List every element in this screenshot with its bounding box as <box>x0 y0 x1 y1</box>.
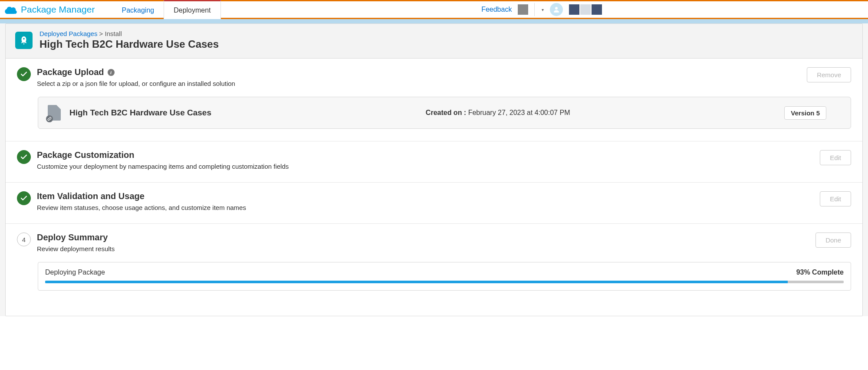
step-package-upload: Package Upload i Select a zip or a json … <box>6 59 862 141</box>
page-frame: Deployed Packages > Install High Tech B2… <box>5 23 863 316</box>
step-status-done-icon <box>17 191 31 205</box>
step-title: Item Validation and Usage <box>37 191 145 201</box>
app-title: Package Manager <box>21 4 95 15</box>
step-title: Package Customization <box>37 150 135 160</box>
link-badge-icon <box>46 115 53 122</box>
chevron-down-icon: ▾ <box>542 7 544 12</box>
done-button[interactable]: Done <box>815 232 851 248</box>
step-item-validation: Item Validation and Usage Review item st… <box>6 183 862 224</box>
step-status-done-icon <box>17 67 31 81</box>
remove-button[interactable]: Remove <box>807 67 851 82</box>
step-title: Package Upload <box>37 67 104 77</box>
step-desc: Review deployment results <box>37 245 115 252</box>
crumb-leaf: Install <box>105 30 122 37</box>
step-desc: Select a zip or a json file for upload, … <box>37 80 235 87</box>
step-title: Deploy Summary <box>37 232 108 242</box>
package-header: Deployed Packages > Install High Tech B2… <box>6 24 862 59</box>
package-heading-block: Deployed Packages > Install High Tech B2… <box>39 30 219 50</box>
app-switcher[interactable] <box>569 4 602 15</box>
progress-bar <box>45 281 844 283</box>
step-package-customization: Package Customization Customize your dep… <box>6 141 862 183</box>
crumb-root-link[interactable]: Deployed Packages <box>39 30 97 37</box>
deploy-progress-card: Deploying Package 93% Complete <box>38 262 851 291</box>
page-title: High Tech B2C Hardware Use Cases <box>39 38 219 50</box>
topbar-left: Package Manager Packaging Deployment <box>4 1 221 18</box>
step-number-badge: 4 <box>17 232 31 246</box>
user-menu[interactable]: ▾ <box>534 3 544 16</box>
salesforce-cloud-icon <box>4 5 17 14</box>
feedback-link[interactable]: Feedback <box>481 6 512 13</box>
app-logo-wrap: Package Manager <box>4 4 95 15</box>
deploy-percent-text: 93% Complete <box>796 268 844 276</box>
edit-button[interactable]: Edit <box>820 150 851 165</box>
topbar: Package Manager Packaging Deployment Fee… <box>0 0 868 19</box>
step-desc: Customize your deployment by namespacing… <box>37 163 289 170</box>
progress-fill <box>45 281 788 283</box>
nav-tabs: Packaging Deployment <box>112 1 220 18</box>
edit-button[interactable]: Edit <box>820 191 851 206</box>
file-name: High Tech B2C Hardware Use Cases <box>69 108 211 118</box>
deploy-status-label: Deploying Package <box>45 268 105 276</box>
step-deploy-summary: 4 Deploy Summary Review deployment resul… <box>6 224 862 303</box>
tab-deployment[interactable]: Deployment <box>164 0 220 19</box>
step-desc: Review item statuses, choose usage actio… <box>37 204 246 211</box>
tab-packaging[interactable]: Packaging <box>112 0 164 19</box>
topbar-right: Feedback ▾ <box>481 3 602 16</box>
uploaded-file-card: High Tech B2C Hardware Use Cases Created… <box>38 97 851 129</box>
info-icon[interactable]: i <box>108 69 115 76</box>
page-outer: Deployed Packages > Install High Tech B2… <box>0 23 868 316</box>
avatar[interactable] <box>550 3 563 16</box>
rocket-icon <box>15 32 33 49</box>
breadcrumb: Deployed Packages > Install <box>39 30 219 37</box>
steps-container: Package Upload i Select a zip or a json … <box>6 59 862 316</box>
svg-point-0 <box>555 7 558 10</box>
header-icon-1[interactable] <box>518 4 528 15</box>
blue-strip <box>0 19 868 23</box>
version-badge: Version 5 <box>784 106 826 120</box>
step-status-done-icon <box>17 150 31 164</box>
file-icon <box>48 105 61 121</box>
file-created-on: Created on : February 27, 2023 at 4:00:0… <box>426 109 570 117</box>
